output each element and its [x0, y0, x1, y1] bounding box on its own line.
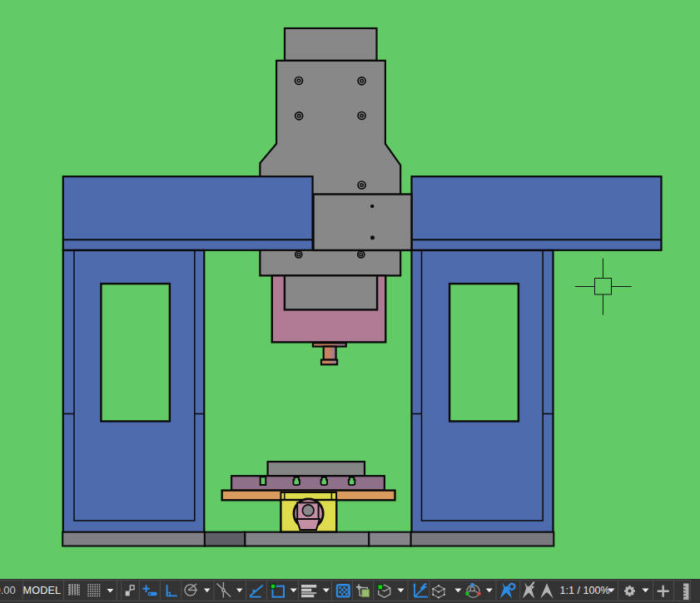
svg-text:1:1 / 100%: 1:1 / 100%: [560, 585, 610, 596]
svg-text:0.00: 0.00: [0, 584, 16, 596]
svg-text:MODEL: MODEL: [23, 585, 62, 596]
